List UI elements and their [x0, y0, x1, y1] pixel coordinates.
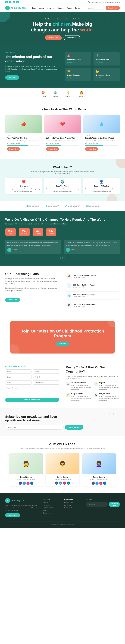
support-title: Giving Supports: [67, 74, 89, 76]
joseph-name: Joseph: [71, 249, 77, 251]
instagram-icon[interactable]: in: [12, 1, 15, 4]
hero-learn-button[interactable]: Learn More: [64, 35, 80, 40]
orphan-link[interactable]: Read More: [96, 77, 103, 79]
footer-donate-today[interactable]: Donate Today: [64, 502, 81, 503]
phone-input[interactable]: [33, 370, 59, 374]
phone-field: [33, 370, 59, 374]
name-input[interactable]: [5, 370, 32, 374]
food-donate-button[interactable]: Donate Now: [7, 147, 20, 151]
vol-tw-2[interactable]: t: [59, 482, 62, 485]
vol-fb-1[interactable]: f: [19, 482, 22, 485]
vol-ig-2[interactable]: in: [63, 482, 66, 485]
support-link[interactable]: Read More: [67, 77, 74, 79]
facebook-icon[interactable]: f: [5, 1, 8, 4]
volunteer-card-2: 👨 Daniel Castro Lorem ipsum dolor sit am…: [46, 453, 79, 486]
dot-3[interactable]: [64, 258, 65, 258]
volunteer-socials-1: f t in li: [11, 482, 41, 485]
nav-home[interactable]: Home: [31, 7, 36, 9]
footer-subscribe-button[interactable]: Subscribe Now: [109, 502, 120, 507]
footer-donate-button[interactable]: Donate Now: [5, 513, 20, 518]
education-link[interactable]: Read More: [67, 62, 74, 63]
enquiry-row-1: [5, 370, 59, 374]
nav-causes[interactable]: Causes: [57, 7, 63, 9]
logos-row: ⊙ logoipsum ◈ logoipsum² ◎ logoipsum® ⊕ …: [0, 201, 125, 211]
enquiry-section: Need To Make A Enquiry: [0, 359, 125, 408]
help-card-planet: 🌍 Save The Planet Lorem ipsum dolor sit …: [44, 178, 81, 194]
mission-contact-button[interactable]: Contact Us: [5, 76, 19, 80]
vol-ig-3[interactable]: in: [99, 482, 103, 485]
footer-services-list: Education Healthcare Orphanages Care Med…: [43, 502, 59, 514]
book-appointment-button[interactable]: Book an Appointment: [5, 398, 59, 402]
message-input[interactable]: [5, 386, 59, 396]
join-mission-title: Join Our Mission Of Childhood Protection…: [16, 329, 109, 338]
help-section: Want to help? Give non-profit organizati…: [0, 159, 125, 201]
mission-card-support: 🤝 Giving Supports Read More: [65, 68, 91, 81]
member-title: Become A Member: [85, 185, 118, 187]
impact-title: Impact: [99, 382, 120, 384]
footer-contact: Contact Subscribe Now: [86, 498, 120, 518]
nav-services[interactable]: Services: [47, 7, 54, 9]
dot-2[interactable]: [62, 258, 63, 258]
story-title: Tell Us Your Story: [71, 382, 92, 384]
state-field: [5, 380, 32, 384]
email-input[interactable]: [5, 375, 32, 379]
enquiry-right: Ready To Be A Part Of Our Community? Lor…: [66, 365, 120, 402]
newsletter-email-input[interactable]: [5, 425, 64, 430]
footer-donations-title: Donations: [64, 498, 81, 500]
footer-service-support[interactable]: Support Center: [43, 512, 59, 514]
water-donate-button[interactable]: Donate Now: [85, 147, 98, 151]
subject-input[interactable]: [33, 375, 59, 379]
vol-fb-3[interactable]: f: [92, 482, 95, 485]
social-icons[interactable]: f t in ▶: [5, 1, 19, 4]
testimonial-joseph-text: Lorem ipsum dolor sit amet, consectetur …: [66, 242, 118, 246]
big-mission-title: We're On A Mission Of Big Changes. To He…: [5, 218, 120, 222]
state-input[interactable]: [5, 380, 32, 384]
help-cards: ❤️ Give Love Lorem ipsum dolor sit amet,…: [5, 178, 120, 194]
logo-item-4: ⊕ logoipsum: [86, 205, 99, 207]
impact-text: Impact Lorem ipsum dolor sit amet, conse…: [99, 382, 120, 391]
hero-donate-button[interactable]: Donate Now: [45, 35, 62, 40]
orphan-icon: 👶: [96, 70, 118, 73]
dot-1[interactable]: [60, 258, 61, 258]
youtube-icon[interactable]: ▶: [16, 1, 19, 4]
cause-cards: 🍎 Goal: $0.1 Food For Poor Children Lore…: [5, 115, 120, 152]
vol-li-3[interactable]: li: [103, 482, 106, 485]
fund-icon-4: 📚: [67, 303, 72, 308]
nav-about[interactable]: About: [39, 7, 44, 9]
nav-contact[interactable]: Contact: [75, 7, 81, 9]
opportunity-input[interactable]: [33, 380, 59, 384]
help-card-love: ❤️ Give Love Lorem ipsum dolor sit amet,…: [5, 178, 42, 194]
footer-donor-wall[interactable]: Donor Wall: [64, 504, 81, 506]
footer-newsletter-input[interactable]: [86, 502, 108, 507]
twitter-icon[interactable]: t: [9, 1, 11, 4]
nav-pages[interactable]: Pages: [67, 7, 72, 9]
help-donate-button[interactable]: Donate Now: [46, 147, 59, 151]
footer-donor-center[interactable]: Donor Center: [64, 507, 81, 508]
fundraising-donate-button[interactable]: Donate Now: [5, 298, 20, 302]
vol-tw-3[interactable]: t: [96, 482, 99, 485]
footer-service-orphan[interactable]: Orphanages Care: [43, 507, 59, 508]
footer-service-medical[interactable]: Medical: [43, 510, 59, 511]
logo[interactable]: H humanity care: [5, 6, 26, 10]
joseph-author: J Joseph: [66, 248, 118, 252]
vol-tw-1[interactable]: t: [22, 482, 26, 485]
support-icon: 🤝: [67, 70, 89, 73]
medical-link[interactable]: Read More: [96, 62, 103, 63]
member-desc: Lorem ipsum dolor sit amet, consectetur …: [85, 188, 118, 192]
footer-service-healthcare[interactable]: Healthcare: [43, 504, 59, 506]
help-card-image: ❤️: [44, 115, 81, 133]
join-now-button[interactable]: Join Now: [56, 342, 69, 346]
volunteer-socials-3: f t in li: [84, 482, 114, 485]
footer-service-education[interactable]: Education: [43, 502, 59, 503]
search-input[interactable]: [86, 6, 104, 10]
vol-li-1[interactable]: li: [30, 482, 33, 485]
newsletter-subscribe-button[interactable]: Subscribe Now: [65, 425, 83, 430]
vol-li-2[interactable]: li: [67, 482, 70, 485]
testimonial-sarah: Lorem ipsum dolor sit amet, consectetur …: [5, 240, 61, 254]
testimonial-sarah-text: Lorem ipsum dolor sit amet, consectetur …: [7, 242, 59, 246]
volunteer-role-3: Lorem ipsum dolor sit amet: [84, 479, 114, 480]
vol-ig-1[interactable]: in: [26, 482, 29, 485]
enquiry-form: Book an Appointment: [5, 370, 59, 402]
nav-donate-button[interactable]: Donate Now: [106, 6, 120, 10]
vol-fb-2[interactable]: f: [55, 482, 58, 485]
